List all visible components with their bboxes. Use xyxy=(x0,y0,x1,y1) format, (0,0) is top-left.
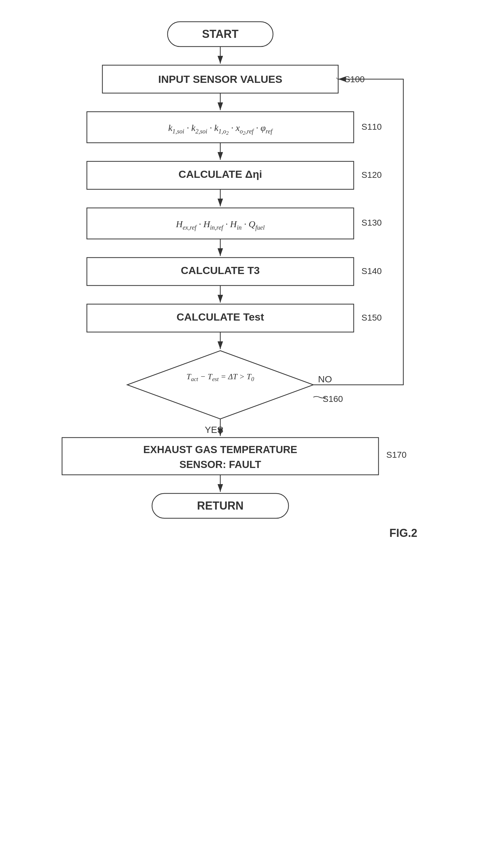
s110-step: S110 xyxy=(361,122,382,131)
s140-label: CALCULATE T3 xyxy=(181,265,260,276)
s160-diamond xyxy=(127,351,313,419)
s170-line2: SENSOR: FAULT xyxy=(179,459,261,470)
s150-label: CALCULATE Test xyxy=(176,311,264,323)
s170-line1: EXHAUST GAS TEMPERATURE xyxy=(143,444,297,455)
s160-step: S160 xyxy=(323,394,343,404)
flowchart-svg: START INPUT SENSOR VALUES S100 k1,soi · … xyxy=(0,0,484,868)
svg-rect-10 xyxy=(87,208,354,239)
s130-step: S130 xyxy=(361,218,382,227)
s170-step: S170 xyxy=(386,450,407,460)
s150-step: S150 xyxy=(361,313,382,322)
s120-label: CALCULATE Δηi xyxy=(179,168,262,180)
s100-label: INPUT SENSOR VALUES xyxy=(158,73,282,85)
s140-step: S140 xyxy=(361,266,382,276)
diagram-container: START INPUT SENSOR VALUES S100 k1,soi · … xyxy=(0,0,484,868)
svg-rect-6 xyxy=(87,112,354,143)
start-label: START xyxy=(202,28,238,40)
s120-step: S120 xyxy=(361,170,382,180)
fig-label: FIG.2 xyxy=(389,527,417,539)
no-label: NO xyxy=(318,374,332,384)
return-label: RETURN xyxy=(197,499,244,512)
